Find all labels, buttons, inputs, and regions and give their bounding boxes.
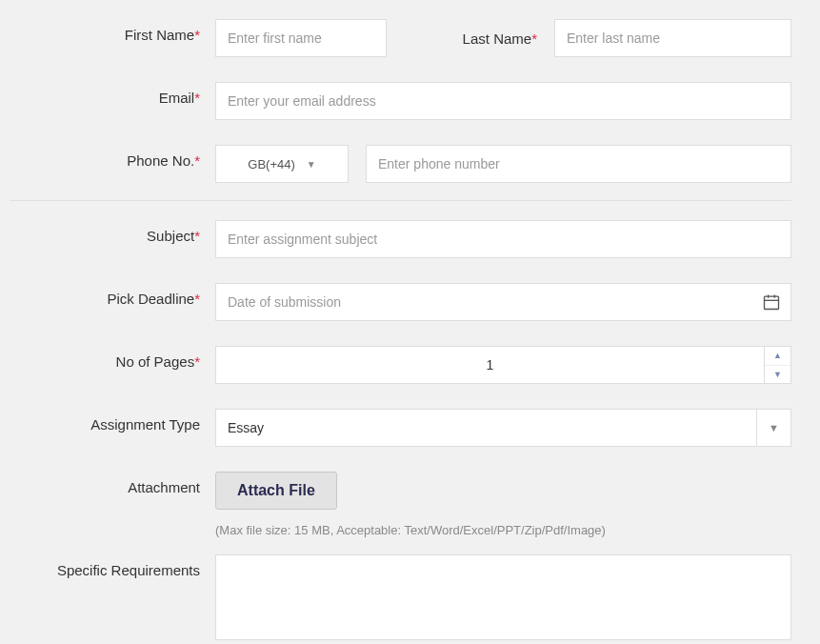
row-email: Email* (10, 82, 791, 120)
requirements-textarea[interactable] (215, 554, 791, 640)
row-assignment-type: Assignment Type Essay ▼ (10, 409, 791, 447)
first-name-input[interactable] (215, 19, 387, 57)
label-phone: Phone No.* (10, 145, 200, 169)
row-pages: No of Pages* 1 ▲ ▼ (10, 346, 791, 384)
deadline-input[interactable] (215, 283, 791, 321)
order-form: First Name* Last Name* Email* Phone No.*… (10, 19, 791, 644)
row-deadline: Pick Deadline* (10, 283, 791, 321)
chevron-down-icon: ▼ (307, 159, 316, 170)
row-requirements: Specific Requirements 500 Character left (10, 554, 791, 644)
label-last-name: Last Name* (404, 30, 537, 47)
label-deadline: Pick Deadline* (10, 283, 200, 307)
pages-increment[interactable]: ▲ (765, 347, 790, 366)
pages-decrement[interactable]: ▼ (765, 366, 790, 384)
label-requirements: Specific Requirements (10, 554, 200, 578)
label-pages: No of Pages* (10, 346, 200, 370)
svg-rect-0 (765, 296, 779, 309)
label-first-name: First Name* (10, 19, 200, 43)
label-email: Email* (10, 82, 200, 106)
row-name: First Name* Last Name* (10, 19, 791, 57)
attachment-hint: (Max file size: 15 MB, Acceptable: Text/… (215, 523, 791, 537)
name-fields: Last Name* (215, 19, 791, 57)
label-attachment: Attachment (10, 472, 200, 495)
pages-value[interactable]: 1 (216, 357, 764, 372)
label-subject: Subject* (10, 220, 200, 244)
section-divider (10, 200, 791, 201)
row-attachment: Attachment Attach File (Max file size: 1… (10, 472, 791, 537)
phone-country-select[interactable]: GB(+44) ▼ (215, 145, 349, 183)
assignment-type-select[interactable]: Essay ▼ (215, 409, 791, 447)
chevron-down-icon: ▼ (756, 410, 779, 446)
row-subject: Subject* (10, 220, 791, 258)
attach-file-button[interactable]: Attach File (215, 472, 337, 510)
pages-stepper: 1 ▲ ▼ (215, 346, 791, 384)
calendar-icon[interactable] (761, 292, 782, 312)
phone-code-value: GB(+44) (248, 157, 295, 171)
email-input[interactable] (215, 82, 791, 120)
assignment-type-value: Essay (228, 420, 756, 435)
label-assignment-type: Assignment Type (10, 409, 200, 433)
phone-number-input[interactable] (366, 145, 791, 183)
row-phone: Phone No.* GB(+44) ▼ (10, 145, 791, 183)
subject-input[interactable] (215, 220, 791, 258)
last-name-input[interactable] (554, 19, 791, 57)
